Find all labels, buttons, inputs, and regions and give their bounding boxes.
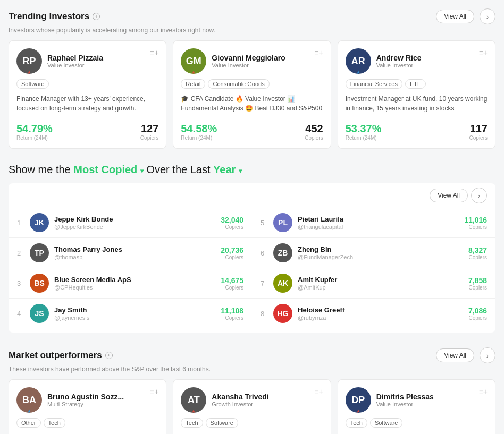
card-menu-3[interactable]: ≡+ — [479, 48, 488, 57]
market-investor-type-1: Multi-Strategy — [47, 401, 124, 407]
return-val-3: 53.37% — [346, 123, 382, 135]
tag-software-3: Software — [370, 418, 402, 428]
tag-software-2: Software — [206, 418, 238, 428]
card-desc-2: 🎓 CFA Candidate 🔥 Value Investor 📊 Funda… — [181, 94, 323, 115]
trending-card-3: AR ★ Andrew Rice Value Investor ≡+ Finan… — [338, 40, 495, 149]
market-card-menu-1[interactable]: ≡+ — [150, 387, 158, 396]
list-count-8: 7,086 — [468, 307, 487, 315]
list-copiers-7: Copiers — [468, 285, 487, 291]
list-handle-7: @AmitKup — [298, 284, 463, 291]
list-count-6: 8,327 — [468, 246, 487, 254]
card-menu-1[interactable]: ≡+ — [150, 48, 158, 57]
list-handle-5: @triangulacapital — [298, 224, 459, 230]
trending-card-1: RP ★ Raphael Pizzaia Value Investor ≡+ S… — [9, 40, 166, 149]
market-title: Market outperformers — [9, 350, 102, 361]
list-item-2: 2 TP Thomas Parry Jones @thomaspj 20,736… — [9, 238, 252, 268]
avatar-heloise: HG — [273, 304, 292, 323]
list-copiers-1: Copiers — [221, 224, 243, 230]
copiers-val-2: 452 — [305, 123, 323, 135]
list-left-col: 1 JK Jeppe Kirk Bonde @JeppeKirkBonde 32… — [9, 208, 252, 328]
investor-name-3: Andrew Rice — [376, 54, 422, 62]
market-view-all-button[interactable]: View All — [436, 348, 474, 362]
market-card-1: BA ★ Bruno Agustin Sozz... Multi-Strateg… — [9, 379, 166, 434]
tag-etf: ETF — [405, 79, 426, 89]
tag-software: Software — [16, 79, 49, 89]
show-me-prefix: Show me the — [9, 164, 71, 175]
return-label-1: Return (24M) — [16, 135, 53, 141]
trending-next-button[interactable]: › — [480, 8, 495, 24]
market-investor-type-3: Value Investor — [376, 401, 434, 407]
most-copied-next-button[interactable]: › — [471, 188, 487, 203]
list-item-6: 6 ZB Zheng Bin @FundManagerZech 8,327 Co… — [252, 238, 495, 268]
trending-title: Trending Investors — [9, 11, 89, 22]
tag-consumable-goods: Consumable Goods — [208, 79, 269, 89]
list-count-7: 7,858 — [468, 276, 487, 285]
rank-1: 1 — [17, 219, 24, 227]
return-label-2: Return (24M) — [181, 135, 217, 141]
market-investor-name-3: Dimitris Plessas — [376, 393, 434, 401]
most-copied-view-all-button[interactable]: View All — [430, 189, 468, 202]
show-me-filter2-button[interactable]: Year ▾ — [213, 164, 242, 175]
list-name-3: Blue Screen Media ApS — [54, 276, 215, 285]
market-cards-grid: BA ★ Bruno Agustin Sozz... Multi-Strateg… — [9, 379, 495, 434]
tag-other: Other — [16, 418, 41, 428]
investor-name-1: Raphael Pizzaia — [47, 54, 103, 62]
list-count-4: 11,108 — [221, 307, 243, 315]
market-card-menu-2[interactable]: ≡+ — [314, 387, 323, 396]
show-me-middle: Over the Last — [146, 164, 210, 175]
market-card-2: AT ★ Akansha Trivedi Growth Investor ≡+ … — [173, 379, 331, 434]
list-handle-3: @CPHequities — [54, 284, 215, 291]
list-handle-1: @JeppeKirkBonde — [54, 224, 215, 230]
list-copiers-8: Copiers — [468, 315, 487, 321]
return-val-1: 54.79% — [16, 123, 53, 135]
trending-info-icon[interactable]: + — [93, 13, 100, 20]
card-desc-3: Investment Manager at UK fund, 10 years … — [346, 94, 488, 115]
market-investor-name-2: Akansha Trivedi — [212, 393, 268, 401]
tag-retail: Retail — [181, 79, 205, 89]
card-menu-2[interactable]: ≡+ — [314, 48, 323, 57]
trending-view-all-button[interactable]: View All — [436, 10, 474, 23]
trending-card-2: GM ★ Giovanni Meggiolaro Value Investor … — [173, 40, 331, 149]
copiers-label-2: Copiers — [305, 135, 323, 141]
list-right-col: 5 PL Pietari Laurila @triangulacapital 1… — [252, 208, 495, 328]
list-item-8: 8 HG Heloise Greeff @rubymza 7,086 Copie… — [252, 299, 495, 328]
list-name-6: Zheng Bin — [298, 245, 463, 254]
market-info-icon[interactable]: + — [105, 352, 113, 359]
rank-4: 4 — [17, 310, 24, 318]
copiers-val-3: 117 — [469, 123, 488, 135]
list-copiers-2: Copiers — [221, 254, 243, 260]
list-count-5: 11,016 — [464, 216, 487, 224]
investor-name-2: Giovanni Meggiolaro — [212, 54, 285, 62]
list-name-4: Jay Smith — [54, 306, 215, 315]
rank-7: 7 — [261, 279, 268, 287]
market-next-button[interactable]: › — [480, 347, 495, 363]
list-name-8: Heloise Greeff — [298, 306, 463, 315]
list-item-1: 1 JK Jeppe Kirk Bonde @JeppeKirkBonde 32… — [9, 208, 252, 238]
list-name-5: Pietari Laurila — [298, 215, 459, 224]
investor-type-2: Value Investor — [212, 62, 285, 69]
rank-5: 5 — [261, 219, 268, 227]
tag-tech-1: Tech — [44, 418, 65, 428]
trending-cards-grid: RP ★ Raphael Pizzaia Value Investor ≡+ S… — [9, 40, 495, 149]
investor-type-1: Value Investor — [47, 62, 103, 69]
list-handle-2: @thomaspj — [54, 254, 215, 260]
market-investor-type-2: Growth Investor — [212, 401, 268, 407]
trending-subtitle: Investors whose popularity is accelerati… — [9, 27, 495, 34]
rank-8: 8 — [261, 310, 268, 318]
copiers-label-3: Copiers — [469, 135, 488, 141]
list-item-3: 3 BS Blue Screen Media ApS @CPHequities … — [9, 268, 252, 299]
list-copiers-3: Copiers — [221, 285, 243, 291]
copiers-val-1: 127 — [140, 123, 158, 135]
show-me-filter1-button[interactable]: Most Copied ▾ — [73, 164, 144, 175]
list-count-3: 14,675 — [221, 276, 243, 285]
avatar-amit: AK — [273, 274, 292, 293]
list-count-2: 20,736 — [221, 246, 243, 254]
tag-financial-services: Financial Services — [346, 79, 402, 89]
avatar-jay: JS — [30, 304, 49, 323]
list-count-1: 32,040 — [221, 216, 243, 224]
market-card-menu-3[interactable]: ≡+ — [479, 387, 488, 396]
list-handle-4: @jaynemesis — [54, 314, 215, 321]
market-investor-name-1: Bruno Agustin Sozz... — [47, 393, 124, 401]
tag-tech-3: Tech — [346, 418, 367, 428]
avatar-thomas: TP — [30, 243, 49, 262]
